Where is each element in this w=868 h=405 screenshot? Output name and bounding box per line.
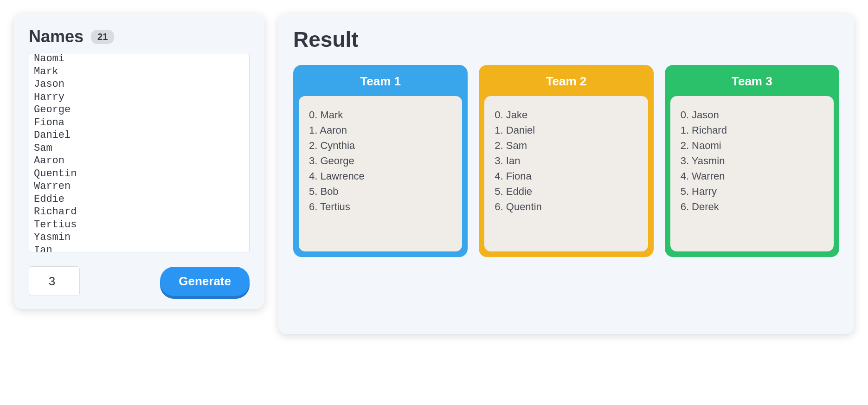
teams-row: Team 10. Mark1. Aaron2. Cynthia3. George… — [293, 65, 839, 257]
names-panel: Names 21 Generate — [14, 14, 264, 309]
result-panel: Result Team 10. Mark1. Aaron2. Cynthia3.… — [278, 14, 854, 334]
team-member: 1. Richard — [681, 122, 823, 138]
team-member: 5. Eddie — [495, 184, 637, 199]
controls-row: Generate — [29, 266, 250, 296]
team-member: 5. Harry — [681, 184, 823, 199]
team-member: 0. Jason — [681, 107, 823, 122]
team-member: 3. Yasmin — [681, 153, 823, 168]
team-member: 1. Daniel — [495, 122, 637, 138]
names-header: Names 21 — [29, 27, 250, 46]
names-textarea[interactable] — [29, 53, 250, 252]
team-member: 6. Derek — [681, 199, 823, 214]
team-member: 6. Quentin — [495, 199, 637, 214]
team-member: 6. Tertius — [309, 199, 452, 214]
generate-button[interactable]: Generate — [160, 267, 250, 296]
team-card: Team 20. Jake1. Daniel2. Sam3. Ian4. Fio… — [479, 65, 653, 257]
team-member: 3. Ian — [495, 153, 637, 168]
team-member: 2. Naomi — [681, 138, 823, 153]
team-member: 0. Jake — [495, 107, 637, 122]
team-member: 2. Sam — [495, 138, 637, 153]
team-header: Team 2 — [484, 71, 648, 96]
team-member: 3. George — [309, 153, 452, 168]
team-member: 1. Aaron — [309, 122, 452, 138]
team-count-input[interactable] — [29, 266, 80, 296]
team-card: Team 10. Mark1. Aaron2. Cynthia3. George… — [293, 65, 468, 257]
team-member: 2. Cynthia — [309, 138, 452, 153]
names-count-badge: 21 — [91, 30, 114, 44]
team-body: 0. Jake1. Daniel2. Sam3. Ian4. Fiona5. E… — [484, 96, 648, 251]
result-title: Result — [293, 27, 839, 52]
team-header: Team 1 — [299, 71, 462, 96]
names-title: Names — [29, 27, 84, 46]
team-member: 4. Warren — [681, 168, 823, 184]
team-member: 5. Bob — [309, 184, 452, 199]
team-member: 0. Mark — [309, 107, 452, 122]
team-member: 4. Fiona — [495, 168, 637, 184]
team-header: Team 3 — [670, 71, 834, 96]
team-card: Team 30. Jason1. Richard2. Naomi3. Yasmi… — [665, 65, 839, 257]
team-body: 0. Jason1. Richard2. Naomi3. Yasmin4. Wa… — [670, 96, 834, 251]
team-member: 4. Lawrence — [309, 168, 452, 184]
team-body: 0. Mark1. Aaron2. Cynthia3. George4. Law… — [299, 96, 462, 251]
